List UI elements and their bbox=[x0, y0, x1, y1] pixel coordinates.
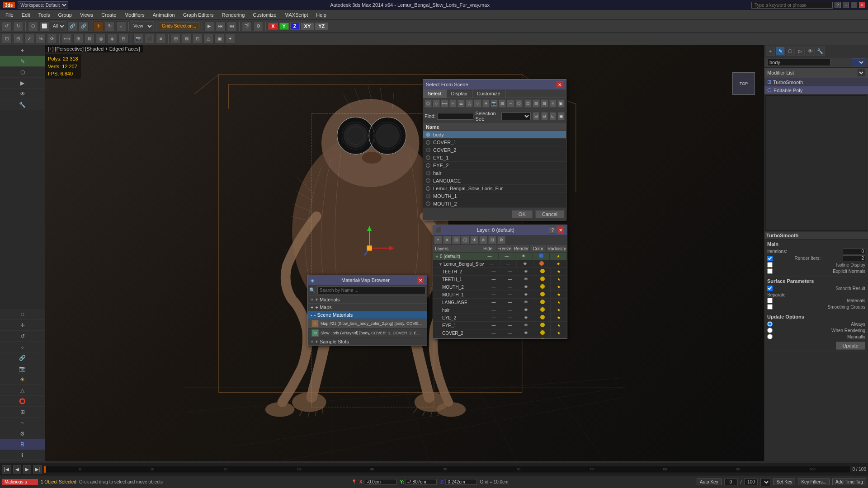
y-input[interactable] bbox=[405, 479, 437, 485]
dlg-btn-extra5[interactable]: ▣ bbox=[557, 99, 565, 108]
scene-item-eye1[interactable]: EYE_1 bbox=[423, 154, 566, 162]
layer-render-mouth2[interactable]: 👁 bbox=[518, 284, 534, 290]
menu-graph-editors[interactable]: Graph Editors bbox=[179, 11, 217, 19]
axis-yz-btn[interactable]: YZ bbox=[315, 23, 328, 30]
scene-item-language[interactable]: LANGUAGE bbox=[423, 177, 566, 185]
layer-radiosity-mouth1[interactable]: ★ bbox=[551, 291, 567, 298]
layer-hide-cover1[interactable]: — bbox=[486, 338, 502, 338]
dlg-select-all[interactable]: ⬡ bbox=[425, 99, 432, 108]
maximize-btn[interactable]: □ bbox=[851, 2, 857, 8]
layer-delete[interactable]: ✕ bbox=[443, 236, 451, 244]
dlg-btn-extra2[interactable]: ⊟ bbox=[533, 99, 540, 108]
layer-hide-teeth2[interactable]: — bbox=[486, 268, 502, 275]
sidebar-display[interactable]: 👁 bbox=[0, 89, 45, 99]
menu-create[interactable]: Create bbox=[98, 11, 120, 19]
layer-render-eye1[interactable]: 👁 bbox=[518, 322, 534, 328]
nav-cube[interactable]: TOP bbox=[732, 72, 755, 95]
layer-freeze-language[interactable]: — bbox=[502, 299, 519, 305]
tb2-camera[interactable]: 📷 bbox=[133, 34, 143, 44]
layer-freeze-eye1[interactable]: — bbox=[502, 322, 519, 328]
layer-freeze-default[interactable]: — bbox=[499, 253, 516, 259]
update-button[interactable]: Update bbox=[836, 342, 865, 350]
find-btn4[interactable]: ▣ bbox=[558, 112, 565, 120]
layer-render-teeth2[interactable]: 👁 bbox=[518, 268, 534, 275]
timeline-next-frame[interactable]: ▶| bbox=[33, 465, 42, 474]
material-vray[interactable]: M Slow_loris (VRayMtl) [body, COVER_1, C… bbox=[308, 328, 427, 338]
sidebar-modify[interactable]: ✎ bbox=[0, 56, 45, 67]
color-picker[interactable] bbox=[852, 58, 865, 66]
menu-tools[interactable]: Tools bbox=[35, 11, 54, 19]
dlg-select-similar[interactable]: ≈ bbox=[449, 99, 457, 108]
layer-freeze-mouth1[interactable]: — bbox=[502, 291, 519, 298]
timeline-track[interactable]: 0 10 20 30 40 50 60 70 80 90 100 bbox=[44, 466, 850, 473]
layer-row-eye2[interactable]: EYE_2 — — 👁 ★ bbox=[433, 314, 567, 322]
layer-color-mouth2[interactable] bbox=[534, 283, 551, 291]
scene-item-eye2[interactable]: EYE_2 bbox=[423, 162, 566, 169]
sidebar-hierarchy[interactable]: ⬡ bbox=[0, 67, 45, 78]
sidebar-motion[interactable]: ▶ bbox=[0, 78, 45, 89]
layer-hide-language[interactable]: — bbox=[486, 299, 502, 305]
smooth-result-checkbox[interactable] bbox=[767, 286, 773, 291]
tb2-filter1[interactable]: ⊞ bbox=[171, 34, 181, 44]
sidebar-spacewarps[interactable]: ~ bbox=[0, 418, 45, 428]
layer-radiosity-teeth2[interactable]: ★ bbox=[551, 268, 567, 275]
cancel-button[interactable]: Cancel bbox=[535, 210, 564, 218]
layer-radiosity-mouth2[interactable]: ★ bbox=[551, 284, 567, 290]
sidebar-utilities[interactable]: 🔧 bbox=[0, 99, 45, 110]
always-radio[interactable] bbox=[767, 321, 773, 327]
render-iters-input[interactable] bbox=[843, 255, 865, 261]
menu-animation[interactable]: Animation bbox=[149, 11, 179, 19]
sample-slots-section[interactable]: + + Sample Slots bbox=[308, 338, 427, 346]
tb-render-setup[interactable]: ⚙ bbox=[253, 21, 263, 31]
layer-radiosity-hair[interactable]: ★ bbox=[551, 307, 567, 313]
dlg-show-cameras[interactable]: 📷 bbox=[491, 99, 498, 108]
layer-row-lemur[interactable]: ▼Lemur_Bengal_Slow_Lori — — 👁 ★ bbox=[433, 260, 567, 268]
dlg-invert[interactable]: ⟺ bbox=[441, 99, 448, 108]
layer-freeze-teeth2[interactable]: — bbox=[502, 268, 519, 275]
sidebar-move[interactable]: ✛ bbox=[0, 320, 45, 331]
sidebar-scale[interactable]: ⬦ bbox=[0, 342, 45, 352]
manually-radio[interactable] bbox=[767, 334, 773, 339]
layer-color-eye2[interactable] bbox=[534, 314, 551, 321]
layer-radiosity-lemur[interactable]: ★ bbox=[550, 261, 567, 267]
add-time-tag-btn[interactable]: Add Time Tag bbox=[832, 479, 866, 485]
layer-color-teeth1[interactable] bbox=[534, 276, 551, 283]
layer-color-lemur[interactable] bbox=[533, 260, 550, 267]
layer-color-hair[interactable] bbox=[534, 306, 551, 314]
sidebar-link[interactable]: 🔗 bbox=[0, 352, 45, 363]
layer-freeze-hair[interactable]: — bbox=[502, 307, 519, 313]
sidebar-info[interactable]: ℹ bbox=[0, 450, 45, 461]
scene-item-lemur-fur[interactable]: Lemur_Bengal_Slow_Loris_Fur bbox=[423, 185, 566, 192]
render-iters-checkbox[interactable] bbox=[767, 256, 773, 261]
time-total[interactable] bbox=[744, 479, 758, 485]
sidebar-light[interactable]: ☀ bbox=[0, 374, 45, 385]
tb-undo[interactable]: ↺ bbox=[2, 21, 12, 31]
modifier-dropdown[interactable] bbox=[857, 69, 865, 77]
layer-merge[interactable]: ⊟ bbox=[488, 236, 496, 244]
menu-file[interactable]: File bbox=[2, 11, 17, 19]
set-key-btn[interactable]: Set Key bbox=[773, 479, 795, 485]
panel-create-icon[interactable]: + bbox=[766, 47, 775, 56]
scene-item-hair[interactable]: hair bbox=[423, 169, 566, 177]
iterations-input[interactable] bbox=[843, 249, 865, 254]
tb2-filter6[interactable]: ✦ bbox=[225, 34, 235, 44]
layer-hide-mouth2[interactable]: — bbox=[486, 284, 502, 290]
explicit-normals-checkbox[interactable] bbox=[767, 268, 773, 274]
scene-item-mouth1[interactable]: MOUTH_1 bbox=[423, 192, 566, 200]
layer-props[interactable]: ⚙ bbox=[497, 236, 505, 244]
dlg-show-bones[interactable]: ⬡ bbox=[515, 99, 523, 108]
layer-hide-mouth1[interactable]: — bbox=[486, 291, 502, 298]
maps-section[interactable]: + + Maps bbox=[308, 304, 427, 311]
layer-radiosity-cover1[interactable]: ★ bbox=[551, 338, 567, 338]
material-map21[interactable]: T Map #21 (Slow_loris_body_color_2.png) … bbox=[308, 319, 427, 328]
when-rendering-radio[interactable] bbox=[767, 328, 773, 333]
find-btn1[interactable]: ⊞ bbox=[533, 112, 539, 120]
menu-customize[interactable]: Customize bbox=[249, 11, 280, 19]
sidebar-shapes[interactable]: ⭕ bbox=[0, 396, 45, 407]
auto-key-btn[interactable]: Auto Key bbox=[697, 479, 722, 485]
scene-item-cover2[interactable]: COVER_2 bbox=[423, 146, 566, 154]
timeline-back[interactable]: |◀ bbox=[2, 465, 11, 474]
layer-hide-all[interactable]: 👁 bbox=[470, 236, 478, 244]
sidebar-helpers[interactable]: ⊞ bbox=[0, 407, 45, 418]
layer-row-teeth1[interactable]: TEETH_1 — — 👁 ★ bbox=[433, 276, 567, 283]
